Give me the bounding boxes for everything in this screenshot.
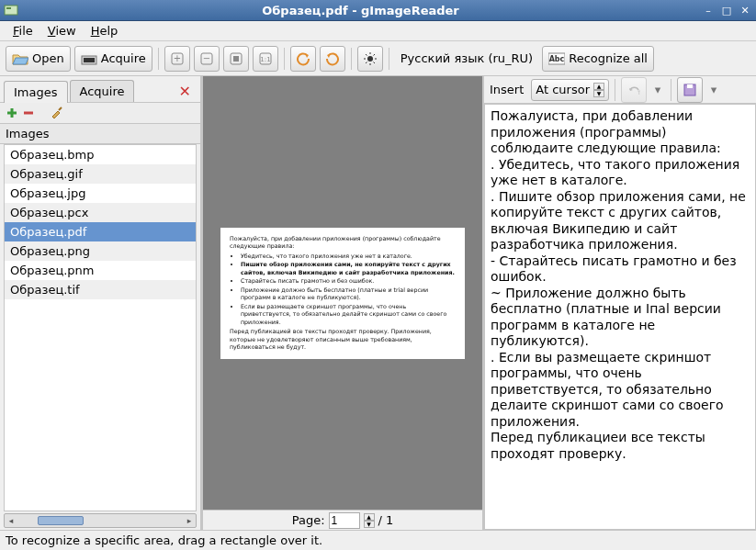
file-item[interactable]: Образец.tif [5,280,196,299]
canvas[interactable]: Пожалуйста, при добавлении приложения (п… [203,76,482,510]
statusbar: To recognize a specific area, drag a rec… [0,530,756,550]
zoom-original-button[interactable]: 1:1 [253,46,278,72]
zoom-in-icon: + [171,52,184,65]
titlebar: Образец.pdf - gImageReader – □ ✕ [0,0,756,21]
insert-label: Insert [490,83,527,96]
add-file-button[interactable] [6,107,18,119]
pager: Page: ▲▼ / 1 [203,510,482,530]
tab-acquire[interactable]: Acquire [70,80,135,102]
zoom-fit-icon [230,52,243,65]
output-toolbar: Insert At cursor ▲▼ The ▾ ▾ [484,76,756,104]
svg-line-18 [373,62,375,63]
canvas-panel: Пожалуйста, при добавлении приложения (п… [201,76,484,530]
menu-view[interactable]: View [40,22,84,39]
insert-mode-value: At cursor [536,83,590,96]
abc-icon: Abc [548,52,565,65]
undo-button[interactable]: The [621,77,647,103]
svg-text:Abc: Abc [549,55,565,63]
file-item[interactable]: Образец.pdf [5,222,196,241]
zoom-out-icon: − [200,52,213,65]
pager-label: Page: [292,513,325,527]
insert-mode-combo[interactable]: At cursor ▲▼ [531,79,609,101]
svg-text:−: − [203,53,210,63]
file-item[interactable]: Образец.pcx [5,203,196,222]
broom-icon [50,107,62,119]
svg-text:1:1: 1:1 [260,56,270,63]
dropdown-arrow-2[interactable]: ▾ [706,77,721,103]
separator [284,48,285,70]
rotate-left-button[interactable] [290,46,316,72]
file-item[interactable]: Образец.jpg [5,184,196,203]
svg-line-20 [373,54,375,56]
panel-left: Images Acquire ✕ Images Образец.bmpОбраз… [0,76,201,530]
scroll-left-arrow[interactable]: ◂ [5,514,17,527]
filelist[interactable]: Образец.bmpОбразец.gifОбразец.jpgОбразец… [4,144,197,511]
svg-line-19 [366,62,367,63]
acquire-label: Acquire [101,51,146,65]
svg-rect-9 [233,56,239,62]
tab-images[interactable]: Images [4,81,68,103]
open-button[interactable]: Open [6,46,71,72]
main-area: Images Acquire ✕ Images Образец.bmpОбраз… [0,76,756,530]
status-text: To recognize a specific area, drag a rec… [6,533,322,547]
file-item[interactable]: Образец.gif [5,164,196,184]
minimize-button[interactable]: – [701,3,716,17]
rotate-right-button[interactable] [320,46,345,72]
remove-file-button[interactable] [22,107,35,119]
horizontal-scrollbar[interactable]: ◂ ▸ [4,513,197,528]
dropdown-arrow[interactable]: ▾ [650,77,665,103]
menu-file[interactable]: File [6,22,40,39]
pager-spinner[interactable]: ▲▼ [364,513,375,528]
separator [615,79,615,101]
folder-open-icon [12,51,28,66]
rotate-right-icon [325,51,340,66]
left-panel-toolbar [0,102,200,124]
separator [671,79,671,101]
recognize-all-label: Recognize all [569,51,648,65]
maximize-button[interactable]: □ [719,3,734,17]
close-window-button[interactable]: ✕ [738,3,752,17]
zoom-fit-button[interactable] [223,46,249,72]
acquire-button[interactable]: Acquire [74,46,152,72]
main-toolbar: Open Acquire + − 1:1 Русский язык (ru_RU… [0,41,756,76]
svg-point-12 [367,56,373,62]
svg-rect-1 [6,7,11,9]
scanner-icon [81,51,97,66]
svg-line-23 [59,107,62,110]
file-item[interactable]: Образец.pnm [5,261,196,280]
brightness-button[interactable] [357,46,383,72]
recognize-all-button[interactable]: Abc Recognize all [542,46,654,72]
output-text[interactable]: Пожалуиста, при добавлении приложения (п… [484,104,756,530]
pager-input[interactable] [329,512,360,529]
zoom-out-button[interactable]: − [194,46,220,72]
scroll-right-arrow[interactable]: ▸ [183,514,196,527]
save-icon [683,84,696,96]
svg-rect-0 [5,6,17,15]
save-output-button[interactable] [677,77,703,103]
svg-line-17 [366,54,367,56]
app-icon [4,3,18,17]
undo-icon: The [627,84,640,95]
svg-text:The: The [637,89,640,95]
zoom-in-button[interactable]: + [164,46,190,72]
menubar: File View Help [0,21,756,41]
clear-files-button[interactable] [50,107,62,119]
zoom-one-icon: 1:1 [259,52,272,65]
brightness-icon [363,51,378,66]
filelist-header: Images [0,124,200,144]
page-preview: Пожалуйста, при добавлении приложения (п… [220,228,465,359]
separator [158,48,159,70]
window-title: Образец.pdf - gImageReader [24,4,697,17]
file-item[interactable]: Образец.bmp [5,145,196,164]
svg-text:+: + [174,53,181,63]
svg-rect-26 [687,84,693,88]
plus-icon [6,107,18,119]
scroll-thumb[interactable] [38,516,84,525]
open-label: Open [32,51,64,65]
minus-icon [22,107,35,119]
close-panel-button[interactable]: ✕ [174,81,197,102]
language-selector[interactable]: Русский язык (ru_RU) [395,51,538,65]
menu-help[interactable]: Help [84,22,126,39]
file-item[interactable]: Образец.png [5,241,196,261]
rotate-left-icon [296,51,310,66]
